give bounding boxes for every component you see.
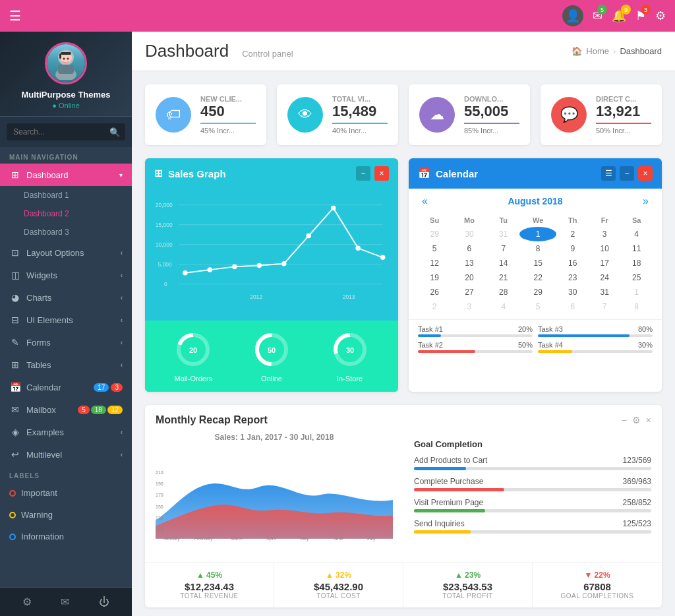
cal-day[interactable]: 3 [589,227,620,241]
cal-day[interactable]: 30 [556,285,589,299]
cal-day[interactable]: 4 [620,227,653,241]
cal-day[interactable]: 7 [589,299,620,314]
cal-day[interactable]: 30 [451,227,487,241]
bell-badge: 9 [621,5,631,15]
cal-day[interactable]: 5 [519,299,557,314]
sales-graph-minimize-btn[interactable]: − [356,166,370,181]
cal-day[interactable]: 13 [451,256,487,270]
cal-day[interactable]: 6 [451,241,487,256]
svg-text:20,000: 20,000 [156,202,173,208]
sales-graph-close-btn[interactable]: × [374,166,389,181]
svg-text:February: February [194,536,214,541]
flag-icon-wrap[interactable]: ⚑ 3 [635,9,646,23]
sidebar-item-charts[interactable]: ◕ Charts ‹ [0,286,132,309]
sidebar-item-forms[interactable]: ✎ Forms ‹ [0,331,132,354]
search-input[interactable] [7,123,125,140]
cal-day[interactable]: 17 [589,256,620,270]
sidebar-item-layout[interactable]: ⊡ Layout Options ‹ [0,241,132,264]
goals-change: ▼ 22% [542,570,653,580]
cal-day[interactable]: 8 [620,299,653,314]
cal-day[interactable]: 16 [556,256,589,270]
cal-day[interactable]: 4 [488,299,519,314]
donut-online: 50 Online [252,330,291,383]
sidebar-power-icon[interactable]: ⏻ [99,596,109,608]
bell-icon-wrap[interactable]: 🔔 9 [612,9,626,23]
cal-day[interactable]: 18 [620,256,653,270]
cal-day[interactable]: 19 [418,270,451,285]
cal-day[interactable]: 3 [451,299,487,314]
cal-day[interactable]: 2 [418,299,451,314]
mailbox-badge-yellow: 12 [107,406,123,414]
cal-day[interactable]: 26 [418,285,451,299]
cal-day[interactable]: 27 [451,285,487,299]
svg-text:110: 110 [156,527,163,532]
recap-settings-btn[interactable]: ⚙ [632,415,641,425]
chat-icon: 💬 [560,106,578,123]
breadcrumb-home[interactable]: Home [586,46,609,56]
cal-day[interactable]: 7 [488,241,519,256]
cal-day[interactable]: 29 [418,227,451,241]
cal-day[interactable]: 8 [519,241,557,256]
cal-day[interactable]: 10 [589,241,620,256]
cal-day[interactable]: 31 [488,227,519,241]
sidebar-item-dashboard[interactable]: ⊞ Dashboard ▾ [0,164,132,186]
cal-day[interactable]: 15 [519,256,557,270]
cal-day[interactable]: 22 [519,270,557,285]
cal-day[interactable]: 2 [556,227,589,241]
cal-day[interactable]: 21 [488,270,519,285]
topbar-actions: 👤 ✉ 5 🔔 9 ⚑ 3 ⚙ [562,5,666,26]
cal-day[interactable]: 31 [589,285,620,299]
gear-icon: ⚙ [655,9,666,22]
cal-day[interactable]: 24 [589,270,620,285]
cal-day[interactable]: 25 [620,270,653,285]
sidebar-item-multilevel[interactable]: ↩ Multilevel ‹ [0,443,132,466]
cal-day[interactable]: 28 [488,285,519,299]
sidebar-item-mailbox[interactable]: ✉ Mailbox 5 18 12 [0,398,132,421]
sidebar-mail-icon[interactable]: ✉ [61,596,69,608]
sidebar-item-widgets[interactable]: ◫ Widgets ‹ [0,264,132,286]
cal-day[interactable]: 1 [519,227,557,241]
cal-day[interactable]: 23 [556,270,589,285]
calendar-minimize-btn[interactable]: − [620,166,634,181]
sidebar-item-dashboard1[interactable]: Dashboard 1 [0,186,132,204]
profile-name: MultiPurpose Themes [7,90,125,100]
cal-day[interactable]: 5 [418,241,451,256]
calendar-next-btn[interactable]: » [639,194,653,208]
hamburger-icon[interactable]: ☰ [9,8,21,24]
cal-day[interactable]: 12 [418,256,451,270]
sidebar-item-calendar[interactable]: 📅 Calendar 17 3 [0,376,132,398]
calendar-menu-btn[interactable]: ☰ [601,166,616,181]
sidebar-settings-icon[interactable]: ⚙ [22,596,32,608]
mail-icon-wrap[interactable]: ✉ 5 [593,9,602,23]
calendar-header: 📅 Calendar ☰ − × [409,158,662,189]
goal-item-send-inquiries: Send Inquiries 125/523 [414,519,651,534]
cal-day[interactable]: 20 [451,270,487,285]
cal-day[interactable]: 1 [620,285,653,299]
svg-text:150: 150 [156,505,163,509]
sidebar-item-examples[interactable]: ◈ Examples ‹ [0,421,132,443]
sidebar-item-ui[interactable]: ⊟ UI Elements ‹ [0,309,132,331]
gear-icon-wrap[interactable]: ⚙ [655,9,666,23]
cal-day[interactable]: 6 [556,299,589,314]
sidebar-item-tables[interactable]: ⊞ Tables ‹ [0,354,132,376]
warning-dot-icon [9,512,16,518]
calendar-prev-btn[interactable]: « [418,194,432,208]
cal-day[interactable]: 11 [620,241,653,256]
mailbox-badge-green: 18 [91,406,106,414]
user-avatar[interactable]: 👤 [562,5,583,26]
cal-day[interactable]: 14 [488,256,519,270]
recap-minimize-btn[interactable]: − [622,415,627,425]
cal-day[interactable]: 29 [519,285,557,299]
cal-day[interactable]: 9 [556,241,589,256]
sidebar-label-warning[interactable]: Warning [0,504,132,526]
svg-point-6 [67,58,69,60]
sidebar-label-information[interactable]: Information [0,526,132,547]
calendar-close-btn[interactable]: × [638,166,653,181]
sidebar-item-dashboard3[interactable]: Dashboard 3 [0,223,132,241]
sales-graph-header: ⊞ Sales Graph − × [145,158,398,189]
sidebar-label-important[interactable]: Important [0,482,132,504]
svg-text:130: 130 [156,516,163,520]
stat-card-new-clients: 🏷 NEW CLIE... 450 45% Incr... [145,84,266,145]
sidebar-item-dashboard2[interactable]: Dashboard 2 [0,204,132,223]
recap-close-btn[interactable]: × [646,415,651,425]
